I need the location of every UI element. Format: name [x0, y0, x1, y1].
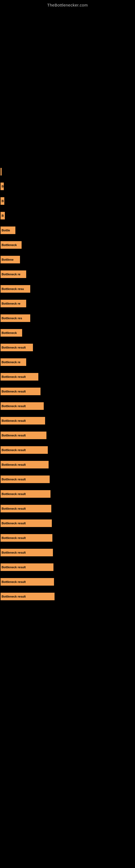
bar-row: Bottle — [0, 225, 135, 235]
bottleneck-bar: B — [1, 183, 4, 190]
bottleneck-bar: Bottleneck — [1, 329, 22, 337]
bottleneck-bar: Bottleneck result — [1, 534, 52, 542]
bar-row: B — [0, 182, 135, 191]
bottleneck-bar: Bottleneck result — [1, 446, 48, 454]
bottleneck-bar: Bottleneck result — [1, 461, 49, 468]
bottleneck-bar: Bottleneck result — [1, 417, 45, 425]
bar-row: Bottleneck result — [0, 592, 135, 601]
bottleneck-bar: Bottle — [1, 226, 15, 234]
bottleneck-bar: Bottleneck resu — [1, 285, 30, 293]
bottleneck-bar: B — [1, 197, 4, 205]
bottleneck-bar: Bottleneck result — [1, 475, 50, 483]
bar-row: Bottleneck res — [0, 313, 135, 323]
bar-row: Bottleneck re — [0, 299, 135, 308]
bottleneck-bar: Bottleneck result — [1, 388, 41, 395]
bar-row: Bottleneck result — [0, 386, 135, 396]
bar-row: Bottleneck result — [0, 343, 135, 352]
bottleneck-bar: Bottleneck re — [1, 271, 26, 278]
bottleneck-bar: Bottleneck result — [1, 373, 38, 380]
bar-row: Bottleneck result — [0, 372, 135, 382]
bottleneck-bar: Bottleneck result — [1, 344, 33, 351]
bar-row: B — [0, 211, 135, 220]
bar-row: Bottleneck result — [0, 562, 135, 572]
bar-row: Bottleneck result — [0, 533, 135, 543]
bottleneck-bar: Bottleneck result — [1, 432, 46, 439]
bottleneck-bar: Bottleneck result — [1, 549, 53, 556]
bottleneck-bar: Bottleneck re — [1, 300, 26, 307]
bar-row: Bottleneck result — [0, 474, 135, 484]
site-title: TheBottlenecker.com — [0, 0, 135, 9]
bar-row: Bottleneck result — [0, 518, 135, 528]
bar-row: Bottleneck re — [0, 269, 135, 279]
bottleneck-bar: Bottleneck result — [1, 563, 53, 571]
bar-row: Bottleneck — [0, 328, 135, 338]
bar-row: Bottleneck result — [0, 504, 135, 514]
bar-row: Bottleneck — [0, 240, 135, 250]
bottleneck-bar: Bottleneck re — [1, 358, 26, 366]
bottleneck-bar: Bottleneck res — [1, 314, 30, 322]
bottleneck-bar: B — [1, 212, 5, 219]
bottleneck-bar — [1, 168, 2, 176]
bar-row: Bottleneck resu — [0, 284, 135, 294]
bottleneck-bar: Bottlene — [1, 256, 20, 264]
bar-row: Bottleneck result — [0, 416, 135, 426]
bottleneck-bar: Bottleneck result — [1, 578, 54, 586]
bar-row: Bottleneck result — [0, 548, 135, 557]
bottleneck-bar: Bottleneck result — [1, 505, 51, 513]
bar-row — [0, 167, 135, 177]
bar-row: Bottleneck result — [0, 577, 135, 587]
bar-row: Bottleneck result — [0, 489, 135, 499]
bar-row: Bottleneck result — [0, 401, 135, 411]
bottleneck-bar: Bottleneck result — [1, 402, 44, 410]
bottleneck-bar: Bottleneck result — [1, 490, 50, 498]
bottleneck-bar: Bottleneck result — [1, 593, 54, 600]
bottleneck-bar: Bottleneck — [1, 241, 21, 249]
bar-row: B — [0, 196, 135, 206]
bottleneck-bar: Bottleneck result — [1, 520, 52, 527]
bar-row: Bottleneck result — [0, 431, 135, 440]
bar-row: Bottlene — [0, 255, 135, 265]
bar-row: Bottleneck result — [0, 460, 135, 469]
bars-container: BBBBottleBottleneckBottleneBottleneck re… — [0, 9, 135, 606]
bar-row: Bottleneck result — [0, 445, 135, 455]
bar-row: Bottleneck re — [0, 357, 135, 367]
